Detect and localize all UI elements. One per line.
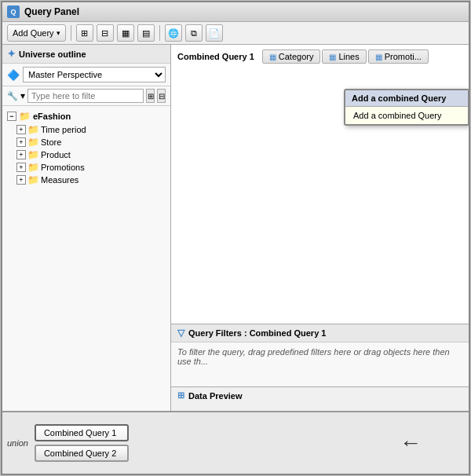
- add-query-label: Add Query: [13, 28, 54, 38]
- combined-query-2-tab[interactable]: Combined Query 2: [35, 445, 129, 462]
- tree-expand-measures[interactable]: +: [16, 175, 26, 185]
- tree-label-product: Product: [41, 150, 71, 159]
- filter-tool-icon: 🔧: [7, 91, 18, 101]
- left-panel: ✦ Universe outline 🔷 Master Perspective …: [2, 45, 171, 411]
- toolbar-separator-1: [71, 25, 71, 41]
- combined-query-1-tab[interactable]: Combined Query 1: [35, 424, 129, 441]
- data-preview-label: Data Preview: [188, 391, 242, 401]
- filter-input[interactable]: [27, 89, 144, 103]
- query-tabs-stack: Combined Query 1 Combined Query 2: [35, 424, 129, 462]
- dropdown-overlay: Add a combined Query Add a combined Quer…: [344, 89, 469, 126]
- toolbar-icon-6[interactable]: ⧉: [185, 24, 203, 42]
- tree-item-product[interactable]: + 📁 Product: [4, 148, 169, 161]
- filters-header: ▽ Query Filters : Combined Query 1: [171, 324, 469, 342]
- tree-item-timeperiod[interactable]: + 📁 Time period: [4, 123, 169, 136]
- tab-promoti[interactable]: ▦ Promoti...: [368, 49, 429, 64]
- tree-label-store: Store: [41, 137, 61, 147]
- folder-icon-store: 📁: [27, 137, 39, 148]
- tree-area: − 📁 eFashion + 📁 Time period + 📁 Store +…: [2, 106, 170, 411]
- tab-category[interactable]: ▦ Category: [262, 49, 321, 64]
- toolbar-icon-7[interactable]: 📄: [206, 24, 223, 42]
- toolbar-icon-5[interactable]: 🌐: [165, 24, 182, 42]
- expand-btn[interactable]: ⊞: [146, 89, 155, 103]
- query-name-label: Combined Query 1: [177, 52, 254, 61]
- tree-label-measures: Measures: [41, 175, 78, 185]
- folder-icon-measures: 📁: [27, 174, 39, 185]
- tree-label-timeperiod: Time period: [41, 125, 86, 134]
- grid-icon: ⊞: [177, 390, 184, 401]
- results-tabs: ▦ Category ▦ Lines ▦ Promoti...: [262, 49, 429, 64]
- toolbar-icon-4[interactable]: ▤: [137, 24, 155, 42]
- window-icon: Q: [7, 5, 20, 18]
- universe-icon: ✦: [7, 48, 16, 60]
- add-query-button[interactable]: Add Query ▾: [7, 24, 66, 42]
- main-content: ✦ Universe outline 🔷 Master Perspective …: [2, 45, 469, 411]
- tree-root-label: eFashion: [33, 112, 71, 121]
- tree-expand-promotions[interactable]: +: [16, 163, 26, 172]
- funnel-icon: ▽: [177, 328, 184, 339]
- universe-outline-label: Universe outline: [19, 49, 86, 59]
- tab-category-icon: ▦: [269, 53, 276, 61]
- tree-item-measures[interactable]: + 📁 Measures: [4, 174, 169, 186]
- tab-category-label: Category: [279, 52, 314, 61]
- master-perspective-row: 🔷 Master Perspective: [2, 64, 170, 86]
- arrow-indicator: ←: [400, 430, 422, 456]
- tab-lines[interactable]: ▦ Lines: [322, 49, 366, 64]
- folder-icon-promotions: 📁: [27, 162, 39, 173]
- filters-header-label: Query Filters : Combined Query 1: [188, 328, 326, 338]
- tree-expand-store[interactable]: +: [16, 137, 26, 147]
- tree-root[interactable]: − 📁 eFashion: [4, 109, 169, 123]
- perspective-select[interactable]: Master Perspective: [23, 67, 166, 82]
- tree-label-promotions: Promotions: [41, 163, 85, 172]
- folder-icon-timeperiod: 📁: [27, 124, 39, 135]
- title-bar: Q Query Panel: [2, 2, 469, 22]
- union-label: union: [7, 438, 28, 448]
- tab-lines-icon: ▦: [329, 53, 336, 61]
- toolbar: Add Query ▾ ⊞ ⊟ ▦ ▤ 🌐 ⧉ 📄: [2, 22, 469, 45]
- filter-caret: ▾: [20, 90, 25, 101]
- main-window: Q Query Panel Add Query ▾ ⊞ ⊟ ▦ ▤ 🌐 ⧉ 📄 …: [1, 1, 470, 475]
- tree-expand-product[interactable]: +: [16, 150, 26, 159]
- dropdown-add-combined-query[interactable]: Add a combined Query: [345, 107, 468, 124]
- filters-placeholder-text: To filter the query, drag predefined fil…: [171, 342, 469, 371]
- toolbar-separator-2: [159, 25, 160, 41]
- filter-bar: 🔧 ▾ ⊞ ⊟: [2, 86, 170, 106]
- tree-expand-timeperiod[interactable]: +: [16, 125, 26, 134]
- tab-promoti-label: Promoti...: [385, 52, 422, 61]
- toolbar-icon-3[interactable]: ▦: [117, 24, 134, 42]
- add-query-caret: ▾: [57, 29, 60, 37]
- tab-lines-label: Lines: [338, 52, 359, 61]
- folder-icon-product: 📁: [27, 149, 39, 160]
- universe-outline-header: ✦ Universe outline: [2, 45, 170, 64]
- toolbar-icon-1[interactable]: ⊞: [76, 24, 93, 42]
- query-filters-section: ▽ Query Filters : Combined Query 1 To fi…: [171, 324, 469, 387]
- query-results-area: Combined Query 1 ▦ Category ▦ Lines ▦ Pr: [171, 45, 469, 324]
- perspective-icon: 🔷: [7, 69, 20, 81]
- tree-root-icon: 📁: [19, 111, 31, 122]
- toolbar-icon-2[interactable]: ⊟: [97, 24, 114, 42]
- tree-root-expand[interactable]: −: [7, 112, 16, 121]
- dropdown-title: Add a combined Query: [345, 90, 468, 107]
- tab-promoti-icon: ▦: [375, 53, 382, 61]
- collapse-btn[interactable]: ⊟: [157, 89, 166, 103]
- data-preview-header: ⊞ Data Preview: [171, 387, 469, 404]
- right-panel: Add a combined Query Add a combined Quer…: [171, 45, 469, 411]
- data-preview-section: ⊞ Data Preview: [171, 387, 469, 411]
- tree-item-promotions[interactable]: + 📁 Promotions: [4, 161, 169, 174]
- tree-item-store[interactable]: + 📁 Store: [4, 136, 169, 148]
- bottom-bar: union Combined Query 1 Combined Query 2 …: [2, 411, 469, 474]
- window-title: Query Panel: [24, 6, 79, 17]
